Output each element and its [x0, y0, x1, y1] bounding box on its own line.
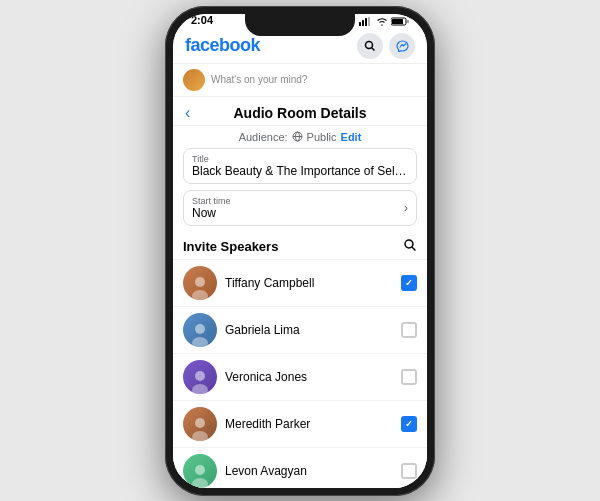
svg-rect-2	[365, 18, 367, 26]
user-avatar	[183, 69, 205, 91]
list-item[interactable]: Gabriela Lima	[173, 306, 427, 353]
back-button[interactable]: ‹	[185, 104, 190, 122]
speaker-checkbox[interactable]	[401, 416, 417, 432]
speaker-checkbox[interactable]	[401, 463, 417, 479]
speaker-checkbox[interactable]	[401, 369, 417, 385]
list-item[interactable]: Meredith Parker	[173, 400, 427, 447]
svg-line-13	[412, 247, 416, 251]
messenger-icon	[396, 40, 409, 52]
fb-logo: facebook	[185, 35, 260, 56]
status-icons	[359, 17, 409, 26]
title-value: Black Beauty & The Importance of Self-..…	[192, 164, 408, 178]
svg-point-20	[195, 418, 205, 428]
search-icon	[364, 40, 376, 52]
audience-public: Public	[307, 131, 337, 143]
speaker-avatar	[183, 313, 217, 347]
svg-point-12	[405, 240, 413, 248]
signal-icon	[359, 17, 373, 26]
svg-point-22	[195, 465, 205, 475]
battery-icon	[391, 17, 409, 26]
audience-edit[interactable]: Edit	[341, 131, 362, 143]
speaker-checkbox[interactable]	[401, 322, 417, 338]
speaker-name: Meredith Parker	[225, 417, 393, 431]
svg-line-8	[372, 47, 375, 50]
list-item[interactable]: Tiffany Campbell	[173, 259, 427, 306]
svg-rect-0	[359, 22, 361, 26]
speaker-name: Tiffany Campbell	[225, 276, 393, 290]
list-item[interactable]: Veronica Jones	[173, 353, 427, 400]
speaker-name: Gabriela Lima	[225, 323, 393, 337]
phone-screen: 2:04	[173, 14, 427, 488]
svg-point-18	[195, 371, 205, 381]
speaker-avatar	[183, 360, 217, 394]
svg-rect-6	[407, 20, 409, 23]
globe-icon	[292, 131, 303, 142]
svg-point-17	[192, 337, 208, 347]
speaker-list: Tiffany Campbell Gabriela Lima	[173, 259, 427, 488]
chevron-right-icon: ›	[404, 201, 408, 215]
start-time-label: Start time	[192, 196, 231, 206]
invite-speakers-header: Invite Speakers	[173, 234, 427, 259]
invite-speakers-title: Invite Speakers	[183, 239, 278, 254]
title-label: Title	[192, 154, 408, 164]
svg-rect-5	[392, 19, 403, 24]
messenger-button[interactable]	[389, 33, 415, 59]
fb-header-icons	[357, 33, 415, 59]
svg-point-7	[366, 41, 373, 48]
svg-point-19	[192, 384, 208, 394]
svg-rect-3	[368, 17, 370, 26]
wifi-icon	[376, 17, 388, 26]
post-placeholder: What's on your mind?	[211, 74, 307, 85]
search-button[interactable]	[357, 33, 383, 59]
svg-point-23	[192, 478, 208, 488]
svg-point-21	[192, 431, 208, 441]
start-time-value: Now	[192, 206, 231, 220]
panel-title: Audio Room Details	[233, 105, 366, 121]
speaker-avatar	[183, 407, 217, 441]
svg-point-14	[195, 277, 205, 287]
svg-point-16	[195, 324, 205, 334]
speaker-avatar	[183, 454, 217, 488]
speaker-avatar	[183, 266, 217, 300]
audience-label: Audience:	[239, 131, 288, 143]
start-time-field[interactable]: Start time Now ›	[183, 190, 417, 226]
audience-row: Audience: Public Edit	[173, 126, 427, 148]
speakers-search-button[interactable]	[403, 238, 417, 255]
audio-room-panel: ‹ Audio Room Details Audience: Public Ed…	[173, 97, 427, 488]
speaker-checkbox[interactable]	[401, 275, 417, 291]
title-field[interactable]: Title Black Beauty & The Importance of S…	[183, 148, 417, 184]
panel-nav: ‹ Audio Room Details	[173, 97, 427, 126]
phone-frame: 2:04	[165, 6, 435, 496]
list-item[interactable]: Levon Avagyan	[173, 447, 427, 488]
speaker-name: Levon Avagyan	[225, 464, 393, 478]
svg-point-15	[192, 290, 208, 300]
status-time: 2:04	[191, 14, 213, 26]
speakers-search-icon	[403, 238, 417, 252]
svg-rect-1	[362, 20, 364, 26]
speaker-name: Veronica Jones	[225, 370, 393, 384]
post-bar: What's on your mind?	[173, 64, 427, 97]
notch	[245, 14, 355, 36]
